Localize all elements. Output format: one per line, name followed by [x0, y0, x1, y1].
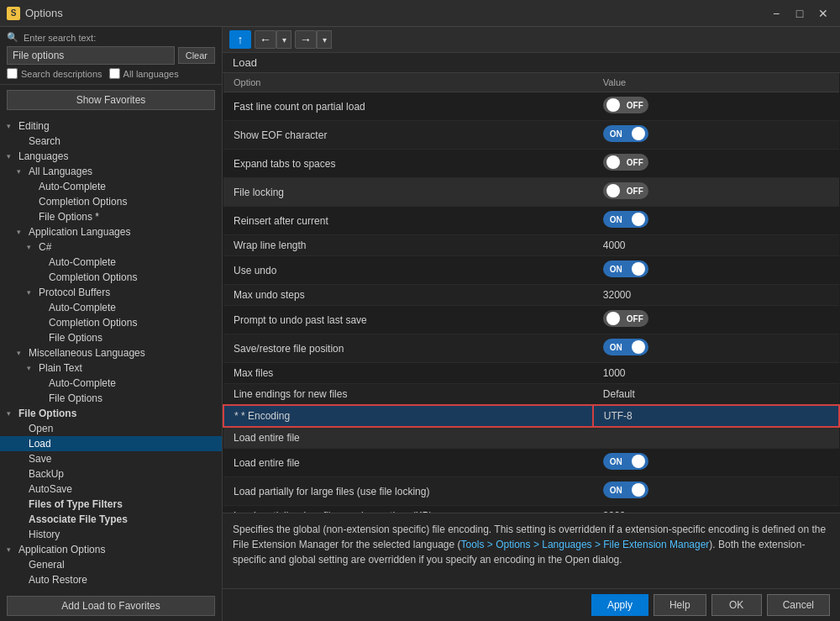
tree-item-protocol-buffers[interactable]: ▾Protocol Buffers: [0, 285, 222, 300]
tree-item-file-options-1[interactable]: File Options *: [0, 209, 222, 224]
tree-item-file-type-filters[interactable]: Files of Type Filters: [0, 497, 222, 512]
search-descriptions-checkbox[interactable]: [7, 68, 18, 79]
option-value-cell[interactable]: ON: [593, 477, 839, 506]
tree-item-application-languages[interactable]: ▾Application Languages: [0, 224, 222, 239]
option-value-cell[interactable]: ON: [593, 256, 839, 285]
table-row[interactable]: Reinsert after currentON: [223, 207, 839, 235]
tree-item-auto-restore[interactable]: Auto Restore: [0, 572, 222, 587]
tree-item-history[interactable]: History: [0, 527, 222, 542]
toggle-switch[interactable]: ON: [603, 125, 648, 142]
nav-forward-group: → ▾: [295, 30, 332, 49]
table-row[interactable]: Save/restore file positionON: [223, 334, 839, 363]
tree-item-save[interactable]: Save: [0, 451, 222, 466]
option-value-cell[interactable]: 4000: [593, 235, 839, 256]
option-value-cell[interactable]: 32000: [593, 285, 839, 306]
table-row[interactable]: Prompt to undo past last saveOFF: [223, 306, 839, 334]
tree-item-backup[interactable]: BackUp: [0, 466, 222, 482]
table-row[interactable]: Max undo steps32000: [223, 285, 839, 306]
description-link[interactable]: Tools > Options > Languages > File Exten…: [461, 539, 710, 550]
tree-item-virtual-memory[interactable]: Virtual Memory: [0, 587, 222, 591]
search-input[interactable]: [7, 46, 175, 65]
toggle-switch[interactable]: ON: [603, 453, 648, 470]
nav-up-button[interactable]: ↑: [229, 30, 251, 49]
tree-item-csharp[interactable]: ▾C#: [0, 239, 222, 255]
tree-item-completion-options-3[interactable]: Completion Options: [0, 315, 222, 330]
help-button[interactable]: Help: [654, 594, 706, 616]
table-row[interactable]: Load partially for large files (use file…: [223, 477, 839, 506]
show-favorites-button[interactable]: Show Favorites: [7, 90, 215, 110]
minimize-button[interactable]: −: [766, 4, 786, 23]
tree-item-completion-options-1[interactable]: Completion Options: [0, 194, 222, 209]
tree-item-languages[interactable]: ▾Languages: [0, 149, 222, 164]
option-value-cell[interactable]: ON: [593, 334, 839, 363]
toggle-switch[interactable]: ON: [603, 482, 648, 498]
tree-label-backup: BackUp: [29, 468, 64, 480]
nav-back-dropdown[interactable]: ▾: [276, 30, 291, 49]
tree-item-auto-complete-4[interactable]: Auto-Complete: [0, 376, 222, 391]
value-text: 4000: [603, 239, 626, 251]
nav-forward-button[interactable]: →: [295, 30, 317, 49]
tree-item-miscellaneous-languages[interactable]: ▾Miscellaneous Languages: [0, 345, 222, 360]
option-value-cell[interactable]: 8000: [593, 506, 839, 513]
toggle-switch[interactable]: OFF: [603, 310, 648, 327]
tree-item-auto-complete-1[interactable]: Auto-Complete: [0, 179, 222, 194]
option-value-cell[interactable]: Default: [593, 384, 839, 406]
add-favorites-button[interactable]: Add Load to Favorites: [7, 596, 215, 616]
section-value[interactable]: [593, 427, 839, 449]
tree-item-autosave[interactable]: AutoSave: [0, 482, 222, 497]
clear-button[interactable]: Clear: [178, 47, 215, 64]
table-row[interactable]: File lockingOFF: [223, 178, 839, 207]
tree-item-file-options-main[interactable]: ▾File Options: [0, 406, 222, 421]
tree-item-completion-options-2[interactable]: Completion Options: [0, 270, 222, 285]
table-row[interactable]: Load partially when files are larger tha…: [223, 506, 839, 513]
tree-item-editing[interactable]: ▾Editing: [0, 118, 222, 134]
maximize-button[interactable]: □: [790, 4, 810, 23]
table-row[interactable]: Show EOF characterON: [223, 121, 839, 150]
option-value-cell[interactable]: ON: [593, 449, 839, 477]
toggle-switch[interactable]: ON: [603, 211, 648, 228]
toggle-switch[interactable]: ON: [603, 339, 648, 355]
table-row[interactable]: Use undoON: [223, 256, 839, 285]
tree-item-auto-complete-2[interactable]: Auto-Complete: [0, 255, 222, 270]
toggle-switch[interactable]: OFF: [603, 182, 648, 199]
toggle-switch[interactable]: ON: [603, 261, 648, 277]
tree-item-search[interactable]: Search: [0, 134, 222, 149]
tree-item-plain-text[interactable]: ▾Plain Text: [0, 360, 222, 376]
tree-item-auto-complete-3[interactable]: Auto-Complete: [0, 300, 222, 315]
nav-back-button[interactable]: ←: [255, 30, 276, 49]
table-row[interactable]: Load entire fileON: [223, 449, 839, 477]
option-value-cell[interactable]: UTF-8: [593, 405, 839, 427]
cancel-button[interactable]: Cancel: [767, 594, 830, 616]
table-row[interactable]: Max files1000: [223, 363, 839, 384]
tree-item-associate-file-types[interactable]: Associate File Types: [0, 512, 222, 527]
tree-item-file-options-2[interactable]: File Options: [0, 330, 222, 345]
tree-item-application-options[interactable]: ▾Application Options: [0, 542, 222, 557]
option-value-cell[interactable]: ON: [593, 121, 839, 150]
table-row[interactable]: Load entire file: [223, 427, 839, 449]
tree-item-open[interactable]: Open: [0, 421, 222, 436]
option-value-cell[interactable]: OFF: [593, 92, 839, 121]
all-languages-checkbox[interactable]: [109, 68, 120, 79]
option-value-cell[interactable]: OFF: [593, 306, 839, 334]
tree-item-all-languages[interactable]: ▾All Languages: [0, 164, 222, 179]
search-descriptions-option[interactable]: Search descriptions: [7, 68, 102, 79]
close-button[interactable]: ✕: [813, 4, 833, 23]
apply-button[interactable]: Apply: [591, 594, 648, 616]
all-languages-option[interactable]: All languages: [109, 68, 179, 79]
option-value-cell[interactable]: 1000: [593, 363, 839, 384]
option-value-cell[interactable]: ON: [593, 207, 839, 235]
table-row[interactable]: Expand tabs to spacesOFF: [223, 150, 839, 178]
tree-item-file-options-3[interactable]: File Options: [0, 391, 222, 406]
nav-forward-dropdown[interactable]: ▾: [317, 30, 332, 49]
toggle-switch[interactable]: OFF: [603, 154, 648, 171]
table-row[interactable]: Line endings for new filesDefault: [223, 384, 839, 406]
table-row[interactable]: Fast line count on partial loadOFF: [223, 92, 839, 121]
table-row[interactable]: Wrap line length4000: [223, 235, 839, 256]
tree-item-load[interactable]: Load: [0, 436, 222, 451]
tree-item-general[interactable]: General: [0, 557, 222, 572]
toggle-switch[interactable]: OFF: [603, 97, 648, 113]
option-value-cell[interactable]: OFF: [593, 150, 839, 178]
section-value[interactable]: OFF: [593, 178, 839, 207]
table-row[interactable]: * EncodingUTF-8: [223, 405, 839, 427]
ok-button[interactable]: OK: [711, 594, 762, 616]
